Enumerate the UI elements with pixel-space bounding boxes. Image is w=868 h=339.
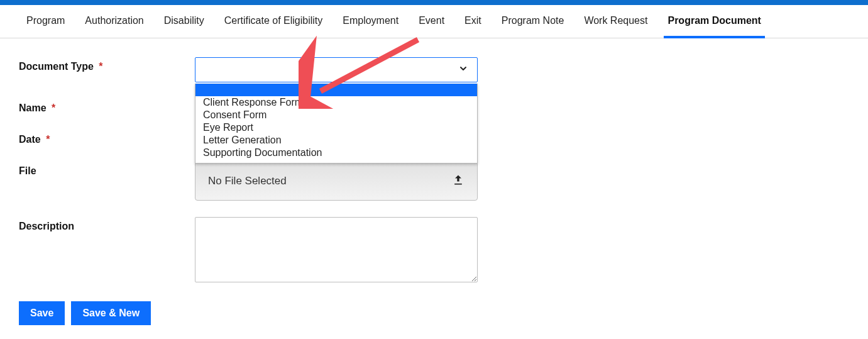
tab-disability[interactable]: Disability [164,15,204,31]
tab-program-document[interactable]: Program Document [667,15,761,31]
dropdown-option-client-response-form[interactable]: Client Response Form [195,96,477,109]
field-document-type: Client Response Form Consent Form Eye Re… [195,57,478,82]
label-date-text: Date [19,134,41,145]
dropdown-blank-option[interactable] [195,84,477,96]
label-document-type: Document Type * [19,57,195,72]
tab-authorization[interactable]: Authorization [85,15,143,31]
file-placeholder: No File Selected [208,175,287,187]
button-row: Save Save & New [19,301,849,325]
label-file: File [19,162,195,177]
field-description [195,217,478,285]
svg-rect-0 [454,183,462,184]
row-document-type: Document Type * Client Response Form Con… [19,57,849,82]
dropdown-option-eye-report[interactable]: Eye Report [195,121,477,134]
description-textarea[interactable] [195,217,478,282]
label-date: Date * [19,130,195,145]
tab-event[interactable]: Event [419,15,444,31]
dropdown-option-consent-form[interactable]: Consent Form [195,109,477,121]
tab-strip: Program Authorization Disability Certifi… [0,5,868,38]
chevron-down-icon [458,64,468,77]
save-and-new-button[interactable]: Save & New [71,301,151,325]
label-name-text: Name [19,103,47,113]
dropdown-option-letter-generation[interactable]: Letter Generation [195,134,477,147]
label-description: Description [19,217,195,232]
tab-certificate-of-eligibility[interactable]: Certificate of Eligibility [224,15,323,31]
field-file: No File Selected [195,162,478,201]
form-area: Document Type * Client Response Form Con… [0,38,868,338]
label-name: Name * [19,99,195,114]
label-document-type-text: Document Type [19,61,94,72]
tab-employment[interactable]: Employment [343,15,398,31]
tab-work-request[interactable]: Work Request [584,15,647,31]
document-type-dropdown: Client Response Form Consent Form Eye Re… [195,84,478,164]
file-upload-box[interactable]: No File Selected [195,162,478,201]
label-description-text: Description [19,221,74,231]
upload-icon [452,174,464,189]
top-brand-bar [0,0,868,5]
document-type-select[interactable] [195,57,478,82]
tab-program[interactable]: Program [26,15,65,31]
label-file-text: File [19,165,36,176]
required-marker: * [46,134,50,145]
dropdown-option-supporting-documentation[interactable]: Supporting Documentation [195,147,477,163]
required-marker: * [52,103,55,113]
save-button[interactable]: Save [19,301,65,325]
row-file: File No File Selected [19,162,849,201]
tab-program-note[interactable]: Program Note [502,15,564,31]
row-description: Description [19,217,849,285]
required-marker: * [99,61,102,72]
tab-exit[interactable]: Exit [464,15,481,31]
